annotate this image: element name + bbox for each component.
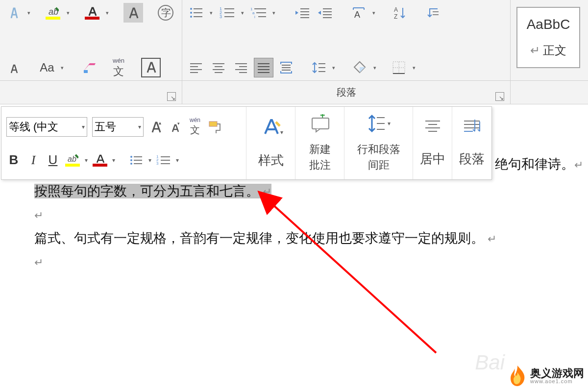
svg-point-6 <box>190 12 192 14</box>
watermark-title: 奥义游戏网 <box>530 368 584 379</box>
svg-point-4 <box>190 8 192 10</box>
borders-button[interactable] <box>389 58 409 77</box>
new-comment-button[interactable]: + 新建批注 <box>295 107 344 179</box>
body-paragraph[interactable]: 篇式、句式有一定规格，音韵有一定规律，变化使用也要求遵守一定的规则。 ↵ <box>34 228 588 249</box>
dropdown-icon[interactable]: ▾ <box>208 10 215 16</box>
font-color-fragment-icon[interactable] <box>4 3 24 23</box>
ribbon: ▾ ab ▾ ▾ 字 <box>0 0 588 81</box>
align-center-button[interactable] <box>209 58 228 77</box>
font-color-button[interactable] <box>93 151 107 170</box>
distribute-button[interactable] <box>276 58 296 77</box>
dropdown-icon[interactable]: ▾ <box>25 10 32 16</box>
clear-formatting-button[interactable] <box>79 58 99 77</box>
multilevel-list-button[interactable]: 1ai <box>249 3 269 23</box>
font-group: ▾ ab ▾ ▾ 字 <box>0 0 182 80</box>
svg-text:ab: ab <box>68 155 76 163</box>
svg-point-8 <box>190 16 192 18</box>
format-painter-button[interactable] <box>207 118 222 136</box>
selected-text-line[interactable]: 按照每句的字数，可分为五言和七言。 ↵ <box>34 181 588 202</box>
mini-toolbar: 等线 (中文▾ 五号▾ ▴ ▾ wén 文 B I U ab <box>1 106 492 180</box>
dropdown-icon[interactable]: ▾ <box>176 157 179 164</box>
svg-text:Z: Z <box>394 13 397 20</box>
svg-text:▾: ▾ <box>177 121 180 126</box>
dialog-launcher-icon[interactable] <box>495 92 504 101</box>
bullets-button[interactable] <box>186 3 206 23</box>
paragraph-group-footer: 段落 <box>182 81 511 104</box>
phonetic-guide-label: wén <box>113 57 124 64</box>
watermark: 奥义游戏网 www.aoe1.com <box>508 365 584 387</box>
grow-font-button[interactable]: ▴ <box>148 118 163 136</box>
dropdown-icon[interactable]: ▾ <box>112 157 115 164</box>
dropdown-icon[interactable]: ▾ <box>370 10 377 16</box>
shrink-font-icon[interactable] <box>4 58 24 77</box>
show-hide-button[interactable] <box>422 3 442 23</box>
numbering-button[interactable]: 123 <box>156 151 171 170</box>
paragraph-button[interactable]: 段落 <box>452 107 491 179</box>
dropdown-icon[interactable]: ▾ <box>411 65 417 71</box>
dropdown-icon[interactable]: ▾ <box>104 10 111 16</box>
svg-text:A: A <box>354 10 360 20</box>
highlight-button[interactable]: ab <box>65 151 80 170</box>
shading-button[interactable] <box>350 58 369 77</box>
paragraph-mark-icon: ↵ <box>34 254 43 271</box>
dropdown-icon[interactable]: ▾ <box>59 65 66 71</box>
asian-layout-button[interactable]: A <box>349 3 368 23</box>
text-effects-button[interactable] <box>123 3 143 23</box>
increase-indent-button[interactable] <box>315 3 334 23</box>
sort-button[interactable]: AZ <box>390 3 410 23</box>
svg-rect-3 <box>84 70 88 73</box>
paragraph-mark-icon: ↵ <box>34 207 43 224</box>
character-shading-button[interactable] <box>141 58 161 77</box>
character-border-button[interactable]: 字 <box>156 3 175 23</box>
bullets-button[interactable] <box>129 151 144 170</box>
dialog-launcher-icon[interactable] <box>167 92 176 101</box>
dropdown-icon[interactable]: ▾ <box>239 10 246 16</box>
svg-text:+: + <box>320 114 325 120</box>
watermark-url: www.aoe1.com <box>530 379 584 384</box>
svg-text:i: i <box>254 15 255 19</box>
align-justify-button[interactable] <box>254 58 273 77</box>
paragraph-group: ▾ 123 ▾ 1ai ▾ A ▾ AZ <box>182 0 511 80</box>
shrink-font-button[interactable]: ▾ <box>168 118 183 136</box>
style-name: 正文 <box>543 44 566 57</box>
dropdown-icon[interactable]: ▾ <box>148 157 151 164</box>
svg-text:A: A <box>394 6 398 13</box>
flame-icon <box>508 365 527 387</box>
svg-text:字: 字 <box>161 7 171 18</box>
dropdown-icon[interactable]: ▾ <box>85 157 88 164</box>
styles-button[interactable]: ▾ 样式 <box>246 107 295 179</box>
text-fragment: 绝句和律诗。↵ <box>495 154 583 175</box>
highlight-button[interactable]: ab <box>43 3 63 23</box>
bold-button[interactable]: B <box>6 151 21 170</box>
paragraph-group-label: 段落 <box>337 86 356 99</box>
dropdown-icon[interactable]: ▾ <box>371 65 378 71</box>
font-name-select[interactable]: 等线 (中文▾ <box>6 117 87 137</box>
phonetic-guide-button[interactable]: wén 文 <box>109 58 128 77</box>
align-left-button[interactable] <box>186 58 206 77</box>
phonetic-guide-button[interactable]: wén 文 <box>188 118 202 136</box>
change-case-button[interactable]: Aa <box>37 58 57 77</box>
svg-text:▴: ▴ <box>159 120 161 125</box>
italic-button[interactable]: I <box>26 151 41 170</box>
font-size-select[interactable]: 五号▾ <box>92 117 144 137</box>
svg-text:3: 3 <box>220 14 222 19</box>
font-color-button[interactable] <box>82 3 102 23</box>
align-right-button[interactable] <box>231 58 251 77</box>
svg-point-67 <box>130 159 132 161</box>
underline-button[interactable]: U <box>46 151 60 170</box>
decrease-indent-button[interactable] <box>292 3 312 23</box>
watermark-faint: Bai <box>475 351 505 374</box>
line-spacing-button[interactable] <box>309 58 328 77</box>
dropdown-icon[interactable]: ▾ <box>270 10 277 16</box>
svg-text:3: 3 <box>156 161 159 166</box>
svg-point-65 <box>130 156 132 158</box>
line-spacing-button[interactable]: ▾ 行和段落间距 <box>344 107 413 179</box>
numbering-button[interactable]: 123 <box>218 3 237 23</box>
svg-rect-63 <box>209 122 217 126</box>
dropdown-icon[interactable]: ▾ <box>65 10 72 16</box>
font-group-footer <box>0 81 182 104</box>
svg-point-69 <box>130 163 132 165</box>
styles-gallery-item[interactable]: AaBbC ↵ 正文 <box>516 7 580 68</box>
dropdown-icon[interactable]: ▾ <box>330 65 337 71</box>
center-button[interactable]: 居中 <box>413 107 452 179</box>
